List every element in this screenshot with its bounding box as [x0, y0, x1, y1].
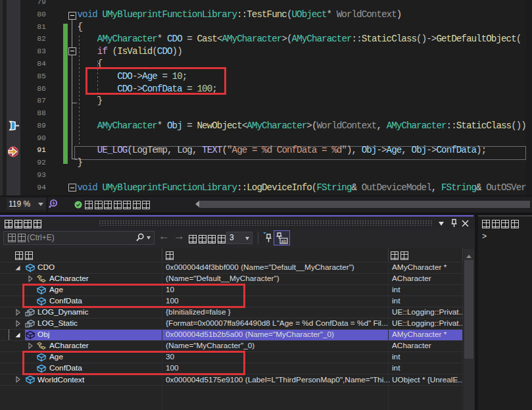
svg-text:ab: ab	[281, 239, 287, 243]
svg-text:1: 1	[27, 323, 29, 327]
svg-text:1: 1	[27, 312, 29, 316]
